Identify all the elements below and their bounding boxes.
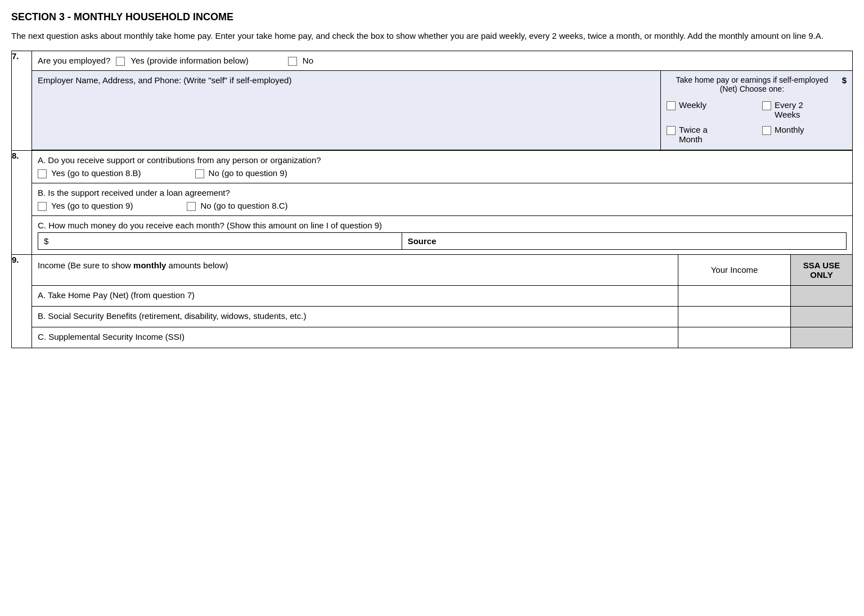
q9b-ssa-field: [790, 307, 852, 327]
q9-header-row: Income (Be sure to show monthly amounts …: [32, 255, 852, 286]
q8a-yes-label: Yes (go to question 8.B): [51, 168, 141, 178]
q8b-answers: Yes (go to question 9) No (go to questio…: [38, 201, 847, 211]
q9-label-post: amounts below): [166, 260, 228, 270]
q7-no-checkbox[interactable]: [288, 57, 297, 66]
q8c-table-row: $ Source: [38, 232, 847, 249]
q8b-no-checkbox[interactable]: [187, 202, 196, 211]
question-9-row: 9. Income (Be sure to show monthly amoun…: [12, 254, 853, 348]
twiceamonth-label: Twice aMonth: [679, 125, 708, 144]
q8b-yes-checkbox[interactable]: [38, 202, 47, 211]
q8b-text: B. Is the support received under a loan …: [38, 188, 847, 197]
q9-ssa-header: SSA USE ONLY: [790, 255, 852, 285]
q8c-text: C. How much money do you receive each mo…: [38, 221, 847, 230]
question-8-row: 8. A. Do you receive support or contribu…: [12, 150, 853, 254]
q8c-section: C. How much money do you receive each mo…: [32, 216, 852, 254]
frequency-checkboxes: Weekly Every 2Weeks Twice aMonth Mo: [667, 100, 847, 144]
q7-employer-section: Employer Name, Address, and Phone: (Writ…: [32, 71, 852, 150]
q8c-source-cell: Source: [402, 232, 846, 249]
q7-yes-label: Yes (provide information below): [130, 56, 249, 65]
every2weeks-option: Every 2Weeks: [762, 100, 847, 119]
q8a-answers: Yes (go to question 8.B) No (go to quest…: [38, 168, 847, 178]
q7-employed-row: Are you employed? Yes (provide informati…: [32, 51, 852, 71]
q9-ssa-label: SSA USE ONLY: [794, 260, 849, 280]
main-form-table: 7. Are you employed? Yes (provide inform…: [11, 51, 853, 348]
monthly-checkbox[interactable]: [762, 126, 771, 135]
q8a-section: A. Do you receive support or contributio…: [32, 151, 852, 183]
q7-no-label: No: [303, 56, 313, 65]
section-title: SECTION 3 - MONTHLY HOUSEHOLD INCOME: [11, 11, 853, 23]
every2weeks-label: Every 2Weeks: [775, 100, 803, 119]
q9a-income-field[interactable]: [678, 286, 790, 306]
q9-number: 9.: [12, 254, 32, 348]
q7-question: Are you employed?: [38, 56, 110, 65]
q7-content: Are you employed? Yes (provide informati…: [32, 51, 853, 150]
take-home-title: Take home pay or earnings if self-employ…: [667, 75, 838, 93]
q8a-yes-checkbox[interactable]: [38, 169, 47, 178]
q9b-label: B. Social Security Benefits (retirement,…: [32, 307, 678, 327]
q9-your-income-header: Your Income: [678, 255, 790, 285]
intro-text: The next question asks about monthly tak…: [11, 30, 853, 43]
q9-content: Income (Be sure to show monthly amounts …: [32, 254, 853, 348]
weekly-label: Weekly: [679, 100, 706, 110]
q8-content: A. Do you receive support or contributio…: [32, 150, 853, 254]
q9-your-income-label: Your Income: [711, 265, 758, 275]
weekly-option: Weekly: [667, 100, 751, 119]
q7-number: 7.: [12, 51, 32, 150]
q7-yes-checkbox[interactable]: [116, 57, 125, 66]
q8a-no-label: No (go to question 9): [209, 168, 287, 178]
twicea-month-option: Twice aMonth: [667, 125, 751, 144]
q9c-ssa-field: [790, 327, 852, 348]
q9c-income-field[interactable]: [678, 327, 790, 348]
q8-number: 8.: [12, 150, 32, 254]
take-home-dollar: $: [842, 75, 847, 93]
q9b-income-field[interactable]: [678, 307, 790, 327]
q9a-label: A. Take Home Pay (Net) (from question 7): [32, 286, 678, 306]
q8c-table: $ Source: [38, 232, 847, 250]
q8b-section: B. Is the support received under a loan …: [32, 183, 852, 216]
q9-label: Income (Be sure to show monthly amounts …: [32, 255, 678, 285]
employer-info-area: Employer Name, Address, and Phone: (Writ…: [32, 71, 661, 150]
q8a-text: A. Do you receive support or contributio…: [38, 155, 847, 165]
q9-label-pre: Income (Be sure to show: [38, 260, 133, 270]
q9c-label: C. Supplemental Security Income (SSI): [32, 327, 678, 348]
twiceamonth-checkbox[interactable]: [667, 126, 676, 135]
q9-row-b: B. Social Security Benefits (retirement,…: [32, 307, 852, 327]
monthly-label: Monthly: [775, 125, 804, 134]
question-7-row: 7. Are you employed? Yes (provide inform…: [12, 51, 853, 150]
monthly-option: Monthly: [762, 125, 847, 144]
weekly-checkbox[interactable]: [667, 101, 676, 110]
q9-row-a: A. Take Home Pay (Net) (from question 7): [32, 286, 852, 307]
every2weeks-checkbox[interactable]: [762, 101, 771, 110]
take-home-header: Take home pay or earnings if self-employ…: [667, 75, 847, 93]
q8a-no-checkbox[interactable]: [195, 169, 204, 178]
q9-label-bold: monthly: [133, 260, 166, 270]
q8b-no-label: No (go to question 8.C): [200, 201, 287, 210]
q8c-dollar-cell: $: [38, 232, 402, 249]
q8b-yes-label: Yes (go to question 9): [51, 201, 133, 210]
q9-row-c: C. Supplemental Security Income (SSI): [32, 327, 852, 348]
employer-label: Employer Name, Address, and Phone: (Writ…: [38, 75, 291, 85]
q9a-ssa-field: [790, 286, 852, 306]
take-home-pay-area: Take home pay or earnings if self-employ…: [661, 71, 852, 150]
